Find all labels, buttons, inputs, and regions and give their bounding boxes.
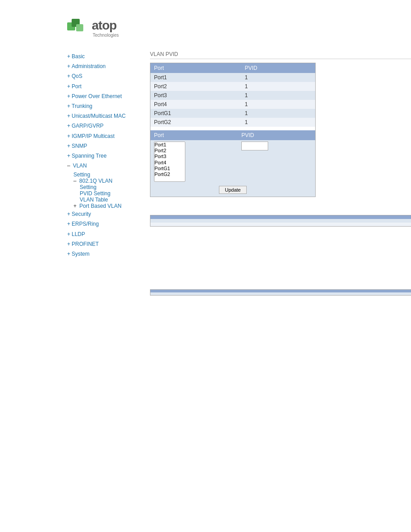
pvid-cell: 1 bbox=[241, 100, 315, 109]
port-option-1[interactable]: Port1 bbox=[154, 142, 185, 148]
sidebar-item-administration[interactable]: + Administration bbox=[67, 62, 141, 71]
bt1-col3-header bbox=[383, 215, 411, 219]
pvid-table-wrapper: Port PVID Port11Port21Port31Port41PortG1… bbox=[150, 63, 316, 197]
svg-rect-2 bbox=[76, 24, 83, 31]
col-pvid-header: PVID bbox=[241, 63, 315, 73]
page-wrapper: atop Technologies + Basic + Administrati… bbox=[0, 0, 411, 532]
bt2-r1c2 bbox=[266, 292, 411, 296]
update-button[interactable]: Update bbox=[219, 186, 246, 194]
sidebar-item-poe[interactable]: + Power Over Ethernet bbox=[67, 92, 141, 101]
bt1-r1c3 bbox=[383, 219, 411, 223]
port-option-g2[interactable]: PortG2 bbox=[154, 172, 185, 177]
port-cell: PortG2 bbox=[150, 118, 241, 127]
sidebar-item-snmp[interactable]: + SNMP bbox=[67, 142, 141, 150]
pvid-input-cell bbox=[238, 140, 315, 183]
section-title: VLAN PVID bbox=[150, 51, 411, 59]
table-row: Port31 bbox=[150, 91, 315, 100]
sidebar: + Basic + Administration + QoS + Port + … bbox=[67, 51, 141, 296]
table-row: PortG11 bbox=[150, 109, 315, 118]
sidebar-port-based-vlan[interactable]: + Port Based VLAN bbox=[73, 203, 141, 209]
sidebar-item-erps[interactable]: + ERPS/Ring bbox=[67, 220, 141, 228]
logo-brand: atop Technologies bbox=[92, 18, 119, 38]
sidebar-item-lldp[interactable]: + LLDP bbox=[67, 230, 141, 239]
col-port-header: Port bbox=[150, 63, 241, 73]
bt1-row1 bbox=[150, 219, 411, 223]
bt1-r1c2 bbox=[186, 219, 382, 223]
main-layout: + Basic + Administration + QoS + Port + … bbox=[67, 51, 402, 296]
pvid-edit-table: Port PVID Port1 Port2 Port3 Port4 bbox=[150, 130, 315, 183]
port-option-2[interactable]: Port2 bbox=[154, 148, 185, 154]
pvid-cell: 1 bbox=[241, 73, 315, 82]
sidebar-item-basic[interactable]: + Basic bbox=[67, 52, 141, 61]
sidebar-item-security[interactable]: + Security bbox=[67, 210, 141, 219]
sidebar-item-qos[interactable]: + QoS bbox=[67, 72, 141, 81]
pvid-cell: 1 bbox=[241, 91, 315, 100]
update-row: Update bbox=[150, 183, 315, 197]
bottom-table-1 bbox=[150, 215, 411, 227]
sidebar-item-port[interactable]: + Port bbox=[67, 82, 141, 91]
sidebar-item-vlan[interactable]: – VLAN bbox=[67, 162, 141, 170]
table-row: Port11 bbox=[150, 73, 315, 82]
sidebar-item-8021q[interactable]: – 802.1Q VLAN bbox=[73, 178, 141, 184]
logo-icon bbox=[67, 18, 92, 38]
port-multiselect[interactable]: Port1 Port2 Port3 Port4 PortG1 PortG2 bbox=[154, 142, 185, 182]
sidebar-item-trunking[interactable]: + Trunking bbox=[67, 102, 141, 111]
table-row: Port41 bbox=[150, 100, 315, 109]
port-cell: Port2 bbox=[150, 82, 241, 91]
logo-area: atop Technologies bbox=[67, 18, 402, 38]
bt1-col1-header bbox=[150, 215, 186, 219]
pvid-cell: 1 bbox=[241, 82, 315, 91]
bt2-r1c1 bbox=[150, 292, 267, 296]
pvid-cell: 1 bbox=[241, 109, 315, 118]
sidebar-item-igmp[interactable]: + IGMP/IP Multicast bbox=[67, 132, 141, 141]
bt1-r2c3 bbox=[383, 223, 411, 227]
port-cell: Port1 bbox=[150, 73, 241, 82]
bt1-r1c1 bbox=[150, 219, 186, 223]
bottom-table-2 bbox=[150, 289, 411, 296]
bt1-r2c1 bbox=[150, 223, 186, 227]
port-cell: PortG1 bbox=[150, 109, 241, 118]
sidebar-vlan-table[interactable]: VLAN Table bbox=[80, 197, 141, 203]
port-option-g1[interactable]: PortG1 bbox=[154, 166, 185, 172]
table-row: PortG21 bbox=[150, 118, 315, 127]
sidebar-item-garp[interactable]: + GARP/GVRP bbox=[67, 122, 141, 130]
bt1-r2c2 bbox=[186, 223, 382, 227]
port-cell: Port3 bbox=[150, 91, 241, 100]
sidebar-pvid-setting[interactable]: PVID Setting bbox=[80, 190, 141, 197]
port-option-3[interactable]: Port3 bbox=[154, 154, 185, 159]
bt1-col2-header bbox=[186, 215, 382, 219]
port-option-4[interactable]: Port4 bbox=[154, 160, 185, 166]
sidebar-item-unicast[interactable]: + Unicast/Multicast MAC bbox=[67, 112, 141, 120]
sidebar-item-system[interactable]: + System bbox=[67, 250, 141, 258]
port-select-cell: Port1 Port2 Port3 Port4 PortG1 PortG2 bbox=[150, 140, 238, 183]
sidebar-item-spanning-tree[interactable]: + Spanning Tree bbox=[67, 152, 141, 160]
pvid-read-table: Port PVID Port11Port21Port31Port41PortG1… bbox=[150, 63, 315, 127]
bt2-row1 bbox=[150, 292, 411, 296]
content-area: VLAN PVID Port PVID Port11Port21Port31Po… bbox=[150, 51, 411, 296]
pvid-text-input[interactable] bbox=[241, 142, 268, 150]
col-port-header2: Port bbox=[150, 130, 238, 140]
sidebar-item-profinet[interactable]: + PROFINET bbox=[67, 240, 141, 249]
pvid-edit-row: Port1 Port2 Port3 Port4 PortG1 PortG2 bbox=[150, 140, 315, 183]
col-pvid-header2: PVID bbox=[238, 130, 315, 140]
sidebar-8021q-setting[interactable]: Setting bbox=[80, 184, 141, 190]
bt1-row2 bbox=[150, 223, 411, 227]
pvid-cell: 1 bbox=[241, 118, 315, 127]
table-row: Port21 bbox=[150, 82, 315, 91]
logo-container: atop Technologies bbox=[67, 18, 402, 38]
port-cell: Port4 bbox=[150, 100, 241, 109]
sidebar-vlan-setting[interactable]: Setting bbox=[73, 172, 141, 178]
bottom-section bbox=[150, 215, 411, 296]
